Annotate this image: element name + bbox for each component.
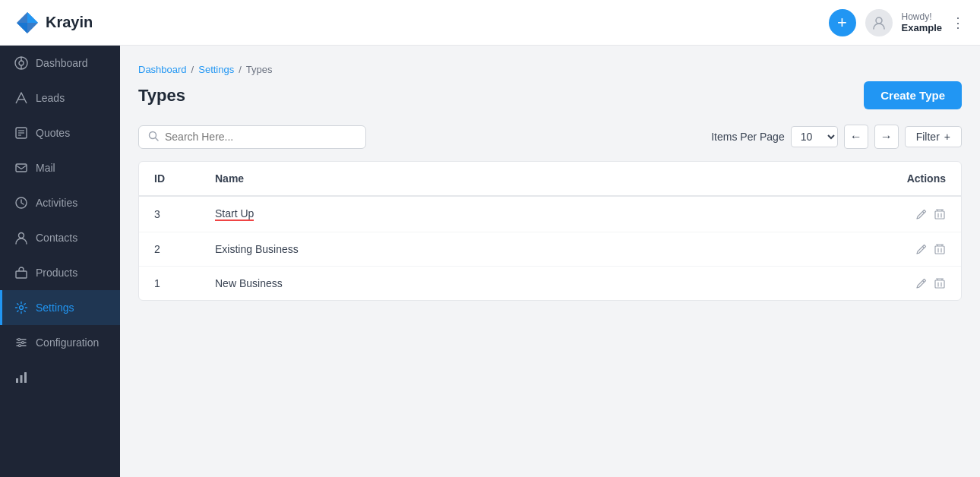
sidebar-label-mail: Mail [36,162,55,174]
sidebar-item-quotes[interactable]: Quotes [0,115,120,150]
filter-button[interactable]: Filter + [905,126,962,147]
svg-line-26 [923,212,925,213]
svg-line-25 [156,137,159,141]
user-avatar-button[interactable] [865,9,893,36]
contacts-icon [14,231,28,245]
col-id: ID [139,162,200,196]
svg-rect-21 [16,378,18,383]
svg-point-19 [22,342,24,344]
svg-rect-13 [16,164,27,172]
breadcrumb: Dashboard / Settings / Types [138,64,962,75]
toolbar-row: Items Per Page 10 25 50 100 ← → Filter + [138,125,962,149]
table-header-row: ID Name Actions [139,162,961,196]
next-page-button[interactable]: → [874,125,899,149]
cell-name: New Business [200,267,672,301]
cell-actions [672,196,961,232]
search-input[interactable] [165,131,356,143]
svg-marker-1 [27,12,38,23]
per-page-select[interactable]: 10 25 50 100 [791,126,838,147]
filter-label: Filter [916,131,940,143]
delete-button[interactable] [934,277,946,289]
add-button[interactable]: + [829,9,856,36]
search-icon [148,131,159,144]
sidebar-label-products: Products [36,267,77,279]
col-actions: Actions [672,162,961,196]
settings-icon [14,301,28,314]
sidebar-label-settings: Settings [36,302,74,314]
table-row: 3Start Up [139,196,961,232]
products-icon [14,266,28,280]
howdy-label: Howdy! [902,11,932,22]
user-icon [871,15,887,30]
svg-point-5 [19,61,24,65]
svg-line-40 [923,281,925,283]
search-box [138,125,366,149]
cell-actions [672,232,961,267]
mail-icon [14,161,28,175]
sidebar-label-leads: Leads [36,92,65,104]
cell-name: Start Up [200,196,672,232]
sidebar-label-configuration: Configuration [36,336,99,349]
delete-button[interactable] [934,243,946,255]
svg-point-20 [19,345,21,347]
sidebar-item-reports[interactable] [0,360,120,395]
svg-rect-16 [16,271,27,278]
sidebar: Dashboard Leads Quotes [0,46,120,477]
page-title: Types [138,86,185,106]
quotes-icon [14,126,28,140]
svg-point-18 [18,339,21,341]
breadcrumb-settings[interactable]: Settings [198,64,234,75]
svg-point-15 [19,233,24,238]
sidebar-label-quotes: Quotes [36,127,70,139]
svg-rect-34 [935,246,944,254]
edit-button[interactable] [915,243,928,255]
sidebar-item-products[interactable]: Products [0,255,120,290]
sidebar-item-settings[interactable]: Settings [0,290,120,325]
sidebar-item-activities[interactable]: Activities [0,185,120,220]
sidebar-item-configuration[interactable]: Configuration [0,325,120,360]
type-name-link[interactable]: Start Up [215,207,254,221]
prev-page-button[interactable]: ← [844,125,868,149]
table-row: 2Existing Business [139,232,961,267]
table-row: 1New Business [139,267,961,301]
kebab-menu-button[interactable]: ⋮ [951,14,965,31]
breadcrumb-dashboard[interactable]: Dashboard [138,64,187,75]
edit-button[interactable] [915,277,928,289]
sidebar-item-mail[interactable]: Mail [0,150,120,185]
sidebar-label-activities: Activities [36,197,77,209]
logo-text: Krayin [46,14,93,31]
svg-rect-22 [21,375,23,383]
reports-icon [14,371,28,384]
sidebar-item-contacts[interactable]: Contacts [0,220,120,255]
svg-rect-41 [935,280,944,288]
items-per-page-label: Items Per Page [711,131,785,143]
cell-id: 3 [139,196,200,232]
configuration-icon [14,336,28,349]
types-table-container: ID Name Actions 3Start Up2Existing Busin… [138,161,962,301]
top-header: Krayin + Howdy! Example ⋮ [0,0,980,46]
action-icons [688,277,946,289]
svg-rect-23 [24,372,27,383]
delete-button[interactable] [934,208,946,220]
create-type-button[interactable]: Create Type [864,81,962,109]
edit-button[interactable] [915,208,928,220]
breadcrumb-sep-1: / [191,64,194,75]
content-area: Dashboard / Settings / Types Types Creat… [120,46,980,477]
sidebar-item-dashboard[interactable]: Dashboard [0,46,120,81]
types-table: ID Name Actions 3Start Up2Existing Busin… [139,162,961,300]
cell-id: 2 [139,232,200,267]
cell-actions [672,267,961,301]
svg-point-17 [20,306,24,310]
dashboard-icon [14,56,28,70]
sidebar-item-leads[interactable]: Leads [0,81,120,115]
svg-line-33 [923,247,925,248]
krayin-logo-icon [15,11,40,35]
svg-rect-27 [935,211,944,219]
action-icons [688,208,946,220]
svg-marker-2 [17,23,27,33]
main-layout: Dashboard Leads Quotes [0,46,980,477]
user-info: Howdy! Example [902,11,942,33]
action-icons [688,243,946,255]
logo-area: Krayin [15,11,93,35]
col-name: Name [200,162,672,196]
